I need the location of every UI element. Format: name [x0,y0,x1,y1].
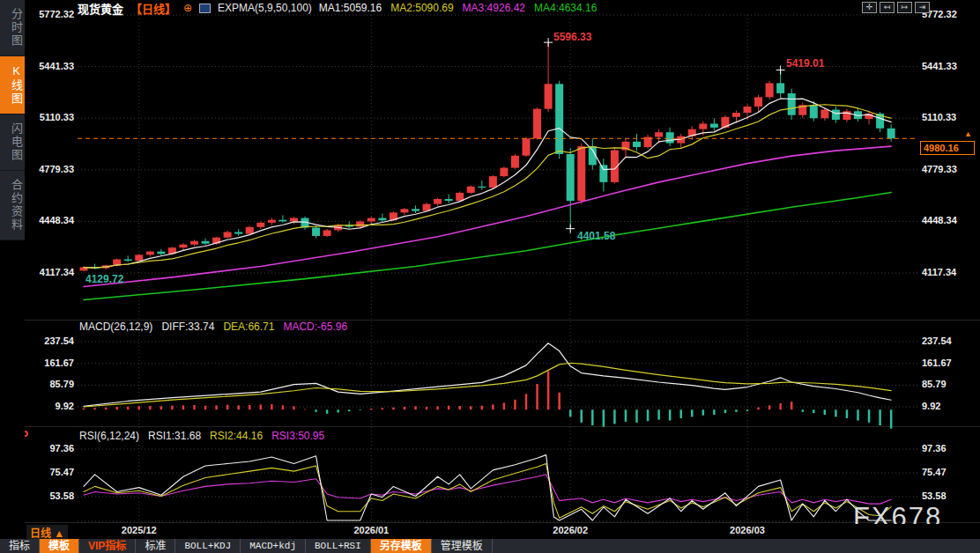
y-axis-label: 97.36 [922,443,975,453]
macd-name[interactable]: MACD(26,12,9) [79,321,152,333]
y-axis-label: 4779.33 [922,164,975,174]
ma-values: MA1:5059.16MA2:5090.69MA3:4926.42MA4:463… [319,2,598,14]
y-axis-label: 9.92 [922,401,975,411]
rsi1-value: RSI1:31.68 [148,430,201,442]
y-axis-label: 53.58 [26,490,74,501]
toolbar-item-2[interactable]: VIP指标 [79,539,136,553]
y-axis-label: 5110.33 [922,112,975,122]
toolbar-item-1[interactable]: 模板 [40,539,79,553]
annotation-start-low-price: 4129.72 [85,273,123,285]
bottom-toolbar: 指标模板VIP指标标准BOLL+KDJMACD+kdjBOLL+RSI另存模板管… [0,539,980,553]
toolbar-item-0[interactable]: 指标 [0,539,40,553]
period-tag[interactable]: 【日线】 [130,0,176,17]
candlestick-chart-canvas[interactable] [0,0,980,553]
y-axis-label: 5441.33 [26,61,74,71]
rsi3-value: RSI3:50.95 [271,430,324,442]
chart-application: 分时图K线图闪电图合约资料 现货黄金 【日线】 ⊕ EXPMA(5,9,50,1… [0,0,980,553]
x-axis-date: 2026/02 [544,525,597,535]
y-axis-label: 9.92 [26,401,74,411]
y-axis-label: 5441.33 [922,61,975,71]
rsi-name[interactable]: RSI(6,12,24) [79,430,139,442]
mini-chart-icon [199,4,211,13]
y-axis-label: 4117.34 [922,267,975,277]
ma-value-1: MA1:5059.16 [319,2,382,14]
indicator-name: EXPMA(5,9,50,100) [218,2,312,14]
y-axis-label: 4117.34 [26,267,74,277]
y-axis-label: 4448.34 [26,215,74,225]
sidebar-item-1[interactable]: K线图 [0,56,25,114]
shift-left-icon[interactable]: ↤ [880,2,895,13]
sidebar-item-0[interactable]: 分时图 [0,0,25,56]
pane-expand-icon[interactable]: ⇥ [915,2,930,13]
chart-toolbar-icons: ✛↤↦⇥ [862,2,930,13]
y-axis-label: 4779.33 [26,164,74,174]
toolbar-item-5[interactable]: MACD+kdj [241,539,306,553]
annotation-second-high-price: 5419.01 [786,57,824,70]
y-axis-label: 237.54 [26,335,74,346]
shift-right-icon[interactable]: ↦ [897,2,912,13]
x-axis-date: 2025/12 [113,525,166,535]
left-sidebar: 分时图K线图闪电图合约资料 [0,0,25,525]
y-axis-label: 161.67 [922,358,975,368]
annotation-high-price: 5596.33 [553,31,591,43]
y-axis-label: 85.79 [26,379,74,389]
macd-value: MACD:-65.96 [283,321,347,333]
pan-icon[interactable]: ✛ [862,2,877,13]
x-axis-row: 日线 ▲ 2025/122026/012026/022026/03 [0,524,980,539]
rsi-header-row: RSI(6,12,24) RSI1:31.68 RSI2:44.16 RSI3:… [79,430,324,442]
y-axis-label: 4448.34 [922,215,975,225]
y-axis-label: 5772.32 [922,9,975,19]
toolbar-item-7[interactable]: 另存模板 [371,539,432,553]
y-axis-label: 75.47 [922,467,975,477]
add-indicator-icon[interactable]: ⊕ [183,2,192,14]
y-axis-label: 161.67 [26,358,74,368]
toolbar-item-6[interactable]: BOLL+RSI [306,539,371,553]
toolbar-item-8[interactable]: 管理模板 [432,539,493,553]
macd-header-row: MACD(26,12,9) DIFF:33.74 DEA:66.71 MACD:… [79,321,347,333]
sidebar-item-2[interactable]: 闪电图 [0,114,25,171]
macd-dea-value: DEA:66.71 [223,321,274,333]
sidebar-item-3[interactable]: 合约资料 [0,171,25,240]
period-selector[interactable]: 日线 ▲ [26,525,68,540]
y-axis-label: 75.47 [26,467,74,477]
y-axis-label: 5110.33 [26,112,74,122]
chart-header: 现货黄金 【日线】 ⊕ EXPMA(5,9,50,100) MA1:5059.1… [78,1,597,15]
ma-value-3: MA3:4926.42 [463,2,525,14]
y-axis-label: 5772.32 [26,9,74,19]
x-axis-date: 2026/01 [345,525,397,535]
price-up-arrow-icon: ▲ [964,129,972,138]
rsi2-value: RSI2:44.16 [210,430,263,442]
x-axis-date: 2026/03 [721,525,774,535]
y-axis-label: 85.79 [922,379,975,389]
ma-value-2: MA2:5090.69 [390,2,453,14]
toolbar-item-3[interactable]: 标准 [136,539,175,553]
y-axis-label: 53.58 [922,490,975,501]
annotation-low-price: 4401.58 [577,230,615,242]
ma-value-4: MA4:4634.16 [534,2,597,14]
current-price-badge: 4980.16 [920,141,975,155]
symbol-title: 现货黄金 [78,0,123,17]
y-axis-label: 97.36 [26,443,74,453]
toolbar-item-4[interactable]: BOLL+KDJ [175,539,241,553]
macd-diff-value: DIFF:33.74 [161,321,214,333]
y-axis-label: 237.54 [922,335,975,346]
